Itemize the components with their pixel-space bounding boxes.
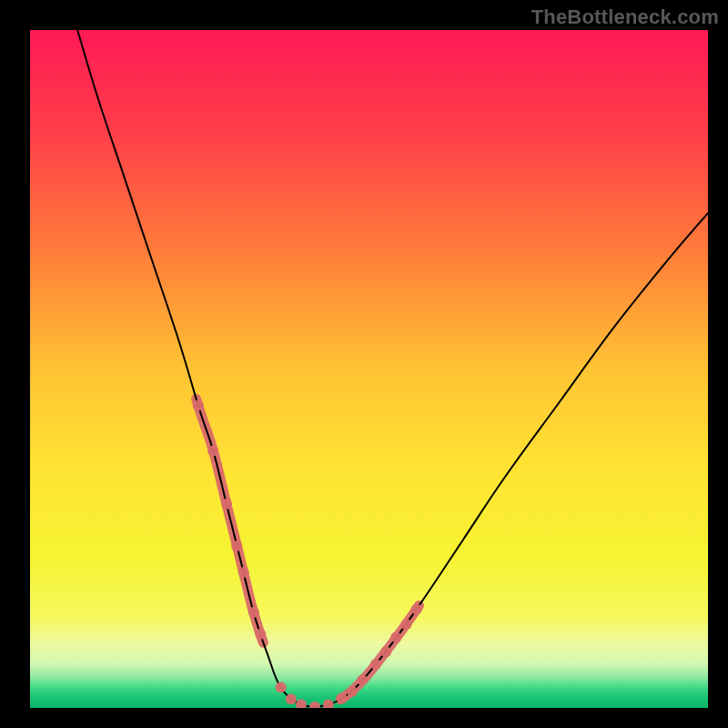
highlight-dot: [193, 399, 204, 410]
highlight-dot: [347, 686, 358, 697]
bottleneck-curve: [77, 30, 708, 707]
chart-frame: TheBottleneck.com: [0, 0, 728, 728]
highlight-dot: [323, 699, 334, 708]
highlight-dot: [248, 607, 259, 618]
highlight-dot: [400, 619, 411, 630]
highlight-dot: [207, 445, 218, 456]
highlight-dot: [337, 693, 348, 703]
highlight-dot: [411, 604, 422, 615]
highlight-dot: [276, 682, 287, 693]
highlight-dots: [193, 399, 422, 708]
highlight-dot: [231, 541, 242, 551]
plot-area: [30, 30, 708, 708]
highlight-dot: [380, 646, 391, 657]
highlight-dot: [221, 499, 232, 510]
highlight-dot: [255, 629, 266, 640]
watermark-text: TheBottleneck.com: [531, 5, 719, 29]
highlight-dot: [390, 632, 401, 642]
highlight-dot: [309, 702, 320, 708]
curve-layer: [30, 30, 708, 708]
highlight-dot: [238, 567, 249, 578]
highlight-dot: [357, 674, 368, 685]
highlight-dot: [296, 699, 307, 708]
highlight-dot: [370, 659, 381, 670]
highlight-dot: [286, 693, 297, 704]
